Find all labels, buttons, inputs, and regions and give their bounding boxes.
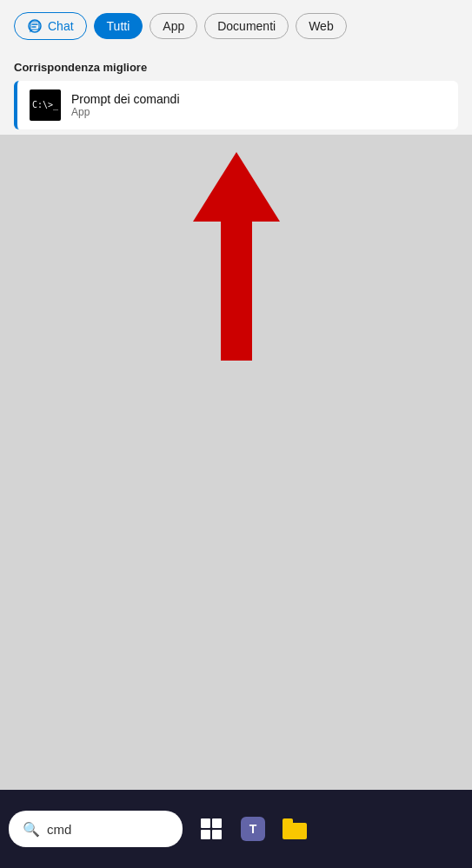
taskbar-search-text: cmd <box>47 822 71 837</box>
arrow-head <box>193 152 280 222</box>
filter-web-button[interactable]: Web <box>296 13 347 39</box>
results-section: Corrispondenza migliore C:\>_ Prompt dei… <box>0 49 472 129</box>
teams-icon: T <box>241 817 265 841</box>
gray-content-area <box>14 135 458 647</box>
app-button-label: App <box>163 19 184 33</box>
taskbar: 🔍 cmd T <box>0 790 472 868</box>
web-button-label: Web <box>309 19 334 33</box>
result-subtitle: App <box>71 106 180 118</box>
arrow-body <box>221 222 252 361</box>
chat-icon <box>27 18 43 34</box>
results-area: Corrispondenza migliore C:\>_ Prompt dei… <box>0 49 472 129</box>
task-view-icon <box>201 818 222 839</box>
tutti-button-label: Tutti <box>107 19 130 33</box>
task-view-button[interactable] <box>193 811 229 847</box>
filter-documenti-button[interactable]: Documenti <box>204 13 289 39</box>
result-app-icon: C:\>_ <box>30 89 61 121</box>
section-label: Corrispondenza migliore <box>14 49 458 81</box>
red-arrow-indicator <box>193 152 280 361</box>
files-icon <box>283 818 307 839</box>
chat-button-label: Chat <box>48 19 74 33</box>
taskbar-search-box[interactable]: 🔍 cmd <box>9 811 183 847</box>
filter-bar: Chat Tutti App Documenti Web <box>0 0 472 49</box>
teams-button[interactable]: T <box>235 811 271 847</box>
documenti-button-label: Documenti <box>217 19 276 33</box>
result-text-group: Prompt dei comandi App <box>71 92 180 118</box>
filter-chat-button[interactable]: Chat <box>14 12 87 40</box>
search-icon: 🔍 <box>23 821 40 838</box>
filter-tutti-button[interactable]: Tutti <box>94 13 143 39</box>
files-button[interactable] <box>276 811 313 847</box>
filter-app-button[interactable]: App <box>150 13 197 39</box>
result-title: Prompt dei comandi <box>71 92 180 106</box>
cmd-icon-text: C:\>_ <box>32 100 58 110</box>
result-item[interactable]: C:\>_ Prompt dei comandi App <box>14 81 458 129</box>
taskbar-icons: T <box>193 811 313 847</box>
